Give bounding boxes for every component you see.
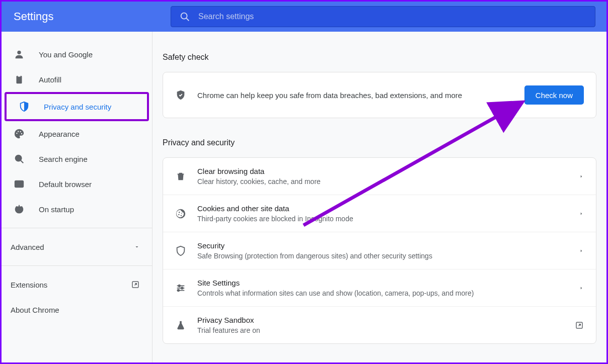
svg-point-7 <box>20 131 21 132</box>
row-cookies[interactable]: Cookies and other site dataThird-party c… <box>163 195 596 232</box>
cookie-icon <box>175 208 186 219</box>
safety-check-card: Chrome can help keep you safe from data … <box>163 72 596 118</box>
shield-icon <box>175 245 186 256</box>
chevron-right-icon <box>579 211 584 216</box>
svg-line-10 <box>21 160 23 163</box>
row-sub: Third-party cookies are blocked in Incog… <box>197 215 579 223</box>
svg-point-23 <box>181 287 183 289</box>
chevron-right-icon <box>579 174 584 179</box>
sidebar-item-label: Appearance <box>39 130 80 138</box>
svg-rect-4 <box>18 75 21 77</box>
shield-check-icon <box>175 89 186 101</box>
privacy-security-heading: Privacy and security <box>163 138 596 147</box>
browser-icon <box>14 178 25 190</box>
search-bar[interactable] <box>171 6 595 27</box>
palette-icon <box>14 128 25 139</box>
sidebar-item-on-startup[interactable]: On startup <box>2 197 152 222</box>
svg-point-16 <box>178 214 179 215</box>
trash-icon <box>175 171 186 182</box>
row-clear-browsing-data[interactable]: Clear browsing dataClear history, cookie… <box>163 158 596 195</box>
row-privacy-sandbox[interactable]: Privacy SandboxTrial features are on <box>163 307 596 343</box>
sidebar-item-you-and-google[interactable]: You and Google <box>2 42 152 67</box>
header: Settings <box>2 2 606 32</box>
advanced-label: Advanced <box>11 243 44 251</box>
privacy-security-list: Clear browsing dataClear history, cookie… <box>163 157 596 344</box>
highlight-annotation: Privacy and security <box>5 92 149 121</box>
row-security[interactable]: SecuritySafe Browsing (protection from d… <box>163 232 596 269</box>
safety-check-heading: Safety check <box>163 53 596 62</box>
svg-point-5 <box>16 133 17 134</box>
person-icon <box>14 49 25 60</box>
divider <box>2 265 152 266</box>
sidebar-item-label: On startup <box>39 205 74 214</box>
sidebar-extensions-link[interactable]: Extensions <box>2 272 152 297</box>
search-icon <box>179 11 190 22</box>
row-sub: Trial features are on <box>197 326 575 334</box>
svg-point-2 <box>17 51 21 54</box>
page-title: Settings <box>10 10 171 23</box>
sidebar-item-default-browser[interactable]: Default browser <box>2 171 152 197</box>
sidebar-item-label: You and Google <box>39 50 93 59</box>
svg-point-8 <box>21 133 22 134</box>
chevron-down-icon <box>134 244 140 250</box>
svg-point-6 <box>18 131 19 132</box>
sidebar-item-privacy-security[interactable]: Privacy and security <box>7 94 147 119</box>
main-content: Safety check Chrome can help keep you sa… <box>153 32 606 362</box>
row-title: Site Settings <box>197 279 579 287</box>
open-in-new-icon <box>131 280 140 289</box>
sidebar-advanced-toggle[interactable]: Advanced <box>2 234 152 259</box>
sidebar-item-label: Autofill <box>39 75 61 84</box>
svg-point-24 <box>178 289 180 291</box>
about-label: About Chrome <box>11 306 59 314</box>
shield-icon <box>19 101 30 112</box>
check-now-button[interactable]: Check now <box>524 85 584 105</box>
svg-point-9 <box>16 155 22 161</box>
open-in-new-icon <box>575 321 584 330</box>
svg-point-22 <box>178 285 180 287</box>
svg-point-15 <box>179 212 180 213</box>
sidebar-item-autofill[interactable]: Autofill <box>2 67 152 92</box>
safety-check-text: Chrome can help keep you safe from data … <box>197 91 524 100</box>
row-title: Clear browsing data <box>197 167 579 175</box>
row-sub: Safe Browsing (protection from dangerous… <box>197 252 579 260</box>
svg-point-18 <box>181 213 182 214</box>
search-icon <box>14 153 25 164</box>
divider <box>2 228 152 228</box>
svg-line-1 <box>186 18 189 21</box>
sidebar: You and Google Autofill Privacy and secu… <box>2 32 153 362</box>
row-title: Security <box>197 241 579 250</box>
chevron-right-icon <box>579 286 584 291</box>
sidebar-item-search-engine[interactable]: Search engine <box>2 146 152 171</box>
row-sub: Clear history, cookies, cache, and more <box>197 177 579 186</box>
svg-point-0 <box>181 13 187 19</box>
row-sub: Controls what information sites can use … <box>197 289 579 297</box>
sliders-icon <box>175 283 186 294</box>
sidebar-item-label: Search engine <box>39 155 88 163</box>
extensions-label: Extensions <box>11 281 47 289</box>
flask-icon <box>175 320 186 331</box>
svg-rect-13 <box>16 181 18 182</box>
sidebar-item-label: Privacy and security <box>44 103 111 111</box>
power-icon <box>14 204 25 215</box>
svg-point-17 <box>181 215 182 216</box>
row-title: Cookies and other site data <box>197 204 579 213</box>
search-input[interactable] <box>198 12 587 21</box>
sidebar-item-appearance[interactable]: Appearance <box>2 121 152 146</box>
sidebar-about-link[interactable]: About Chrome <box>2 297 152 322</box>
sidebar-item-label: Default browser <box>39 180 92 189</box>
row-site-settings[interactable]: Site SettingsControls what information s… <box>163 269 596 307</box>
chevron-right-icon <box>579 248 584 253</box>
clipboard-icon <box>14 74 25 85</box>
row-title: Privacy Sandbox <box>197 316 575 324</box>
svg-rect-3 <box>17 76 22 84</box>
